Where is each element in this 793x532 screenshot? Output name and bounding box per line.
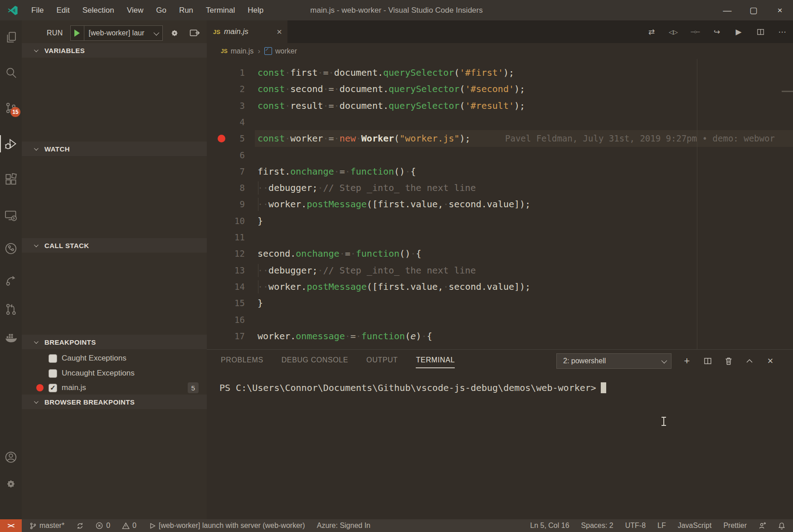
line-number[interactable]: 6 [207, 147, 245, 164]
menu-go[interactable]: Go [150, 0, 173, 20]
code-line[interactable]: 12second.onchange·=·function()·{ [207, 245, 793, 262]
language-mode[interactable]: JavaScript [678, 522, 712, 530]
line-number[interactable]: 1 [207, 64, 245, 81]
tab-mainjs[interactable]: JS main.js × [207, 20, 287, 43]
breakpoint-row[interactable]: Uncaught Exceptions [22, 366, 207, 381]
maximize-panel-icon[interactable] [739, 350, 760, 372]
menu-view[interactable]: View [121, 0, 150, 20]
menu-help[interactable]: Help [241, 0, 270, 20]
panel-tab-debug-console[interactable]: DEBUG CONSOLE [282, 350, 348, 370]
code-line[interactable]: 14··worker.postMessage([first.value,·sec… [207, 278, 793, 295]
code-line[interactable]: 10} [207, 213, 793, 229]
extensions-icon[interactable] [0, 169, 22, 190]
section-variables[interactable]: VARIABLES [22, 43, 207, 58]
source-control-icon[interactable]: 15 [0, 97, 22, 119]
breakpoint-row[interactable]: ✓main.js5 [22, 381, 207, 395]
launch-config-select[interactable]: [web-worker] laur [84, 26, 162, 40]
line-number[interactable]: 2 [207, 81, 245, 98]
explorer-icon[interactable] [0, 26, 22, 48]
code-line[interactable]: 5const·worker·=·new·Worker("worker.js");… [207, 130, 793, 147]
remote-explorer-icon[interactable] [0, 205, 22, 226]
line-number[interactable]: 17 [207, 328, 245, 345]
line-number[interactable]: 15 [207, 295, 245, 312]
split-editor-icon[interactable] [749, 20, 771, 43]
code-line[interactable]: 15} [207, 295, 793, 312]
line-number[interactable]: 13 [207, 262, 245, 279]
panel-tab-terminal[interactable]: TERMINAL [416, 350, 455, 370]
kill-terminal-icon[interactable] [718, 350, 739, 372]
code-line[interactable]: 8··debugger;·// Step _into_ the next lin… [207, 180, 793, 196]
indentation[interactable]: Spaces: 2 [581, 522, 613, 530]
code-line[interactable]: 3const·result·=·document.querySelector('… [207, 98, 793, 114]
feedback[interactable] [759, 522, 766, 530]
eol[interactable]: LF [657, 522, 666, 530]
line-number[interactable]: 10 [207, 213, 245, 229]
line-number[interactable]: 4 [207, 114, 245, 131]
formatter[interactable]: Prettier [723, 522, 747, 530]
git-branch-status[interactable]: master* [29, 522, 64, 530]
code-line[interactable]: 9··worker.postMessage([first.value,·seco… [207, 196, 793, 213]
code-line[interactable]: 1const·first·=·document.querySelector('#… [207, 64, 793, 81]
start-debug-button[interactable] [71, 26, 84, 40]
cursor-position[interactable]: Ln 5, Col 16 [530, 522, 569, 530]
breakpoint-checkbox[interactable]: ✓ [49, 384, 57, 392]
menu-edit[interactable]: Edit [50, 0, 76, 20]
menu-run[interactable]: Run [173, 0, 199, 20]
warnings-status[interactable]: 0 [122, 522, 136, 530]
line-number[interactable]: 3 [207, 98, 245, 114]
line-number[interactable]: 12 [207, 245, 245, 262]
code-line[interactable]: 6 [207, 147, 793, 164]
run-and-debug-icon[interactable] [0, 133, 22, 155]
go-to-file-icon[interactable]: ↪ [706, 20, 728, 43]
docker-icon[interactable] [0, 327, 22, 348]
section-browser-breakpoints[interactable]: BROWSER BREAKPOINTS [22, 395, 207, 409]
code-line[interactable]: 17worker.onmessage·=·function(e)·{ [207, 328, 793, 345]
section-breakpoints[interactable]: BREAKPOINTS [22, 335, 207, 349]
breadcrumb-symbol[interactable]: worker [275, 47, 297, 55]
live-share-icon[interactable] [0, 269, 22, 291]
breadcrumb-file[interactable]: main.js [231, 47, 254, 55]
breakpoint-checkbox[interactable] [49, 369, 57, 378]
line-number[interactable]: 8 [207, 180, 245, 196]
search-icon[interactable] [0, 62, 22, 83]
breakpoint-row[interactable]: Caught Exceptions [22, 351, 207, 366]
terminal[interactable]: PS C:\Users\Connor\Documents\Github\vsco… [219, 381, 606, 394]
line-number[interactable]: 7 [207, 163, 245, 180]
code-line[interactable]: 2const·second·=·document.querySelector('… [207, 81, 793, 98]
line-number[interactable]: 16 [207, 312, 245, 328]
code-line[interactable]: 4 [207, 114, 793, 131]
commit-graph-icon[interactable] [0, 238, 22, 259]
toggle-inline-view-icon[interactable]: ─○─ [684, 20, 706, 43]
account-icon[interactable] [0, 446, 22, 468]
compare-icon[interactable]: ◁▷ [662, 20, 684, 43]
split-terminal-icon[interactable] [697, 350, 718, 372]
line-number[interactable]: 9 [207, 196, 245, 213]
debug-console-icon[interactable] [189, 28, 200, 39]
code-editor[interactable]: 1const·first·=·document.querySelector('#… [207, 59, 793, 349]
code-line[interactable]: 13··debugger;·// Step _into_ the next li… [207, 262, 793, 279]
azure-status[interactable]: Azure: Signed In [317, 522, 370, 530]
code-line[interactable]: 16 [207, 312, 793, 328]
code-line[interactable]: 11 [207, 229, 793, 246]
section-call-stack[interactable]: CALL STACK [22, 238, 207, 253]
close-panel-icon[interactable]: × [760, 350, 781, 372]
run-file-icon[interactable]: ▶ [728, 20, 749, 43]
line-number[interactable]: 14 [207, 278, 245, 295]
menu-terminal[interactable]: Terminal [199, 0, 241, 20]
remote-indicator[interactable]: >< [0, 519, 22, 532]
panel-tab-problems[interactable]: PROBLEMS [221, 350, 263, 370]
launch-config-status[interactable]: [web-worker] launch with server (web-wor… [148, 522, 305, 530]
sync-status[interactable] [76, 522, 84, 530]
panel-tab-output[interactable]: OUTPUT [366, 350, 398, 370]
notifications[interactable] [778, 522, 786, 530]
code-line[interactable]: 7first.onchange·=·function()·{ [207, 163, 793, 180]
open-changes-icon[interactable]: ⇄ [641, 20, 662, 43]
tab-close-icon[interactable]: × [277, 27, 282, 37]
settings-icon[interactable] [0, 473, 22, 495]
errors-status[interactable]: 0 [96, 522, 110, 530]
terminal-select[interactable]: 2: powershell [556, 353, 671, 369]
pull-requests-icon[interactable] [0, 298, 22, 320]
breakpoint-checkbox[interactable] [49, 354, 57, 363]
menu-selection[interactable]: Selection [76, 0, 121, 20]
encoding[interactable]: UTF-8 [625, 522, 646, 530]
